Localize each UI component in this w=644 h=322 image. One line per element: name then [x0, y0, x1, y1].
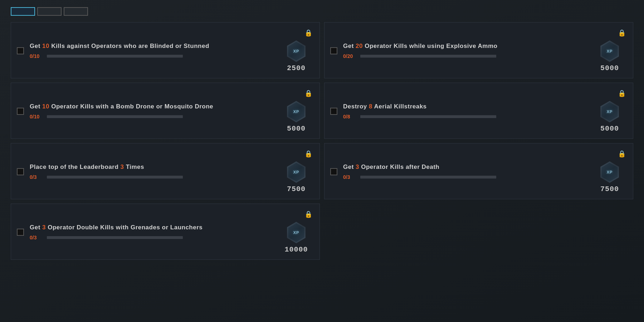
xp-badge-text-c2: XP — [607, 49, 613, 53]
xp-badge-text-c5: XP — [293, 170, 299, 174]
challenge-right-c6: 🔒 XP 7500 — [594, 150, 626, 193]
xp-badge-c7: XP — [286, 222, 307, 243]
challenge-title-c4: Destroy 8 Aerial Killstreaks — [343, 103, 588, 111]
progress-row-c3: 0/10 — [30, 114, 274, 119]
lock-icon-c2: 🔒 — [618, 29, 626, 37]
challenge-info-c1: Get 10 Kills against Operators who are B… — [30, 42, 274, 59]
challenge-info-c4: Destroy 8 Aerial Killstreaks 0/8 — [343, 103, 588, 119]
challenge-checkbox-c5[interactable] — [17, 168, 24, 175]
xp-badge-c2: XP — [599, 40, 620, 62]
progress-label-c4: 0/8 — [343, 114, 357, 119]
challenge-card-c1: Get 10 Kills against Operators who are B… — [11, 22, 320, 78]
challenge-title-c1: Get 10 Kills against Operators who are B… — [30, 42, 274, 50]
progress-row-c2: 0/20 — [343, 53, 588, 59]
xp-value-c4: 5000 — [600, 125, 619, 133]
tab-zombies[interactable] — [37, 7, 62, 16]
challenge-card-c4: Destroy 8 Aerial Killstreaks 0/8 🔒 XP 50… — [324, 83, 633, 139]
xp-badge-text-c4: XP — [607, 109, 613, 114]
challenge-info-c2: Get 20 Operator Kills while using Explos… — [343, 42, 588, 59]
tabs-bar — [11, 7, 633, 16]
challenge-checkbox-c7[interactable] — [17, 229, 24, 236]
lock-icon-c1: 🔒 — [304, 29, 312, 37]
challenge-title-c3: Get 10 Operator Kills with a Bomb Drone … — [30, 103, 274, 111]
progress-bar-bg-c5 — [47, 176, 183, 179]
lock-icon-c5: 🔒 — [304, 150, 312, 158]
progress-label-c5: 0/3 — [30, 174, 43, 180]
progress-label-c6: 0/3 — [343, 174, 357, 180]
progress-label-c1: 0/10 — [30, 53, 43, 59]
lock-icon-c4: 🔒 — [618, 89, 626, 97]
xp-value-c1: 2500 — [287, 64, 306, 72]
xp-badge-c5: XP — [286, 161, 307, 183]
challenge-title-c6: Get 3 Operator Kills after Death — [343, 163, 588, 171]
challenge-right-c1: 🔒 XP 2500 — [280, 29, 312, 72]
xp-badge-text-c7: XP — [293, 230, 299, 235]
challenge-checkbox-c6[interactable] — [330, 168, 337, 175]
challenge-checkbox-c3[interactable] — [17, 108, 24, 115]
challenge-info-c6: Get 3 Operator Kills after Death 0/3 — [343, 163, 588, 180]
lock-icon-c3: 🔒 — [304, 89, 312, 97]
xp-badge-text-c1: XP — [293, 49, 299, 53]
progress-row-c4: 0/8 — [343, 114, 588, 119]
xp-value-c6: 7500 — [600, 185, 619, 193]
progress-bar-bg-c2 — [360, 55, 496, 58]
lock-icon-c7: 🔒 — [304, 210, 312, 218]
page-container: Get 10 Kills against Operators who are B… — [0, 0, 644, 322]
challenge-right-c4: 🔒 XP 5000 — [594, 89, 626, 133]
challenge-info-c3: Get 10 Operator Kills with a Bomb Drone … — [30, 103, 274, 119]
tab-multiplayer[interactable] — [11, 7, 35, 16]
progress-bar-bg-c4 — [360, 115, 496, 118]
challenge-card-c7: Get 3 Operator Double Kills with Grenade… — [11, 204, 320, 260]
progress-bar-bg-c7 — [47, 236, 183, 239]
xp-badge-text-c3: XP — [293, 109, 299, 114]
challenge-card-c5: Place top of the Leaderboard 3 Times 0/3… — [11, 143, 320, 199]
xp-badge-c1: XP — [286, 40, 307, 62]
challenge-title-c5: Place top of the Leaderboard 3 Times — [30, 163, 274, 171]
challenge-card-c3: Get 10 Operator Kills with a Bomb Drone … — [11, 83, 320, 139]
challenge-info-c5: Place top of the Leaderboard 3 Times 0/3 — [30, 163, 274, 180]
challenges-grid: Get 10 Kills against Operators who are B… — [11, 22, 633, 260]
progress-row-c1: 0/10 — [30, 53, 274, 59]
challenge-card-c6: Get 3 Operator Kills after Death 0/3 🔒 X… — [324, 143, 633, 199]
xp-value-c3: 5000 — [287, 125, 306, 133]
progress-bar-bg-c3 — [47, 115, 183, 118]
xp-badge-c6: XP — [599, 161, 620, 183]
xp-badge-text-c6: XP — [607, 170, 613, 174]
challenge-right-c2: 🔒 XP 5000 — [594, 29, 626, 72]
challenge-right-c5: 🔒 XP 7500 — [280, 150, 312, 193]
progress-bar-bg-c6 — [360, 176, 496, 179]
progress-row-c7: 0/3 — [30, 235, 274, 240]
challenge-title-c2: Get 20 Operator Kills while using Explos… — [343, 42, 588, 50]
challenge-title-c7: Get 3 Operator Double Kills with Grenade… — [30, 224, 274, 232]
xp-value-c2: 5000 — [600, 64, 619, 72]
progress-label-c3: 0/10 — [30, 114, 43, 119]
challenge-card-c2: Get 20 Operator Kills while using Explos… — [324, 22, 633, 78]
challenge-right-c7: 🔒 XP 10000 — [280, 210, 312, 254]
challenge-right-c3: 🔒 XP 5000 — [280, 89, 312, 133]
progress-bar-bg-c1 — [47, 55, 183, 58]
xp-value-c5: 7500 — [287, 185, 306, 193]
progress-row-c5: 0/3 — [30, 174, 274, 180]
xp-badge-c3: XP — [286, 101, 307, 122]
lock-icon-c6: 🔒 — [618, 150, 626, 158]
challenge-checkbox-c1[interactable] — [17, 47, 24, 54]
progress-label-c2: 0/20 — [343, 53, 357, 59]
xp-badge-c4: XP — [599, 101, 620, 122]
tab-battle-royale[interactable] — [64, 7, 88, 16]
challenge-checkbox-c4[interactable] — [330, 108, 337, 115]
progress-row-c6: 0/3 — [343, 174, 588, 180]
progress-label-c7: 0/3 — [30, 235, 43, 240]
xp-value-c7: 10000 — [284, 245, 308, 254]
challenge-checkbox-c2[interactable] — [330, 47, 337, 54]
challenge-info-c7: Get 3 Operator Double Kills with Grenade… — [30, 224, 274, 240]
